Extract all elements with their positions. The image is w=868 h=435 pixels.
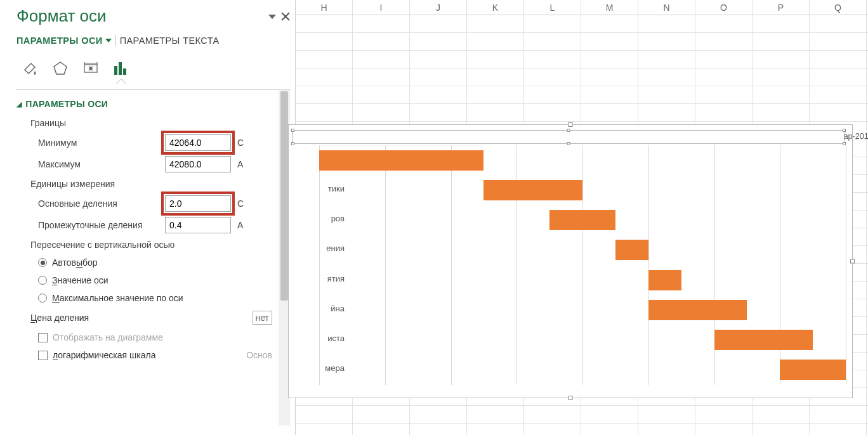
selected-axis-box[interactable] <box>293 130 845 144</box>
cell[interactable] <box>296 104 353 121</box>
cell[interactable] <box>524 33 581 50</box>
cell[interactable] <box>524 68 581 86</box>
cell[interactable] <box>524 104 581 121</box>
cell[interactable] <box>581 104 638 121</box>
cell[interactable] <box>810 104 867 121</box>
column-header[interactable]: Q <box>810 0 867 15</box>
axis-handle[interactable] <box>567 142 570 145</box>
cell[interactable] <box>410 104 467 121</box>
effects-icon[interactable] <box>51 59 70 78</box>
cell[interactable] <box>581 406 638 423</box>
close-icon[interactable] <box>281 12 290 21</box>
fill-icon[interactable] <box>20 59 39 78</box>
cell[interactable] <box>524 86 581 103</box>
cell[interactable] <box>296 86 353 103</box>
cell[interactable] <box>638 424 695 435</box>
cell[interactable] <box>638 68 695 86</box>
cell[interactable] <box>467 424 524 435</box>
cell[interactable] <box>296 406 353 423</box>
cell[interactable] <box>695 33 753 50</box>
cell[interactable] <box>410 33 467 50</box>
cell[interactable] <box>410 15 467 32</box>
cell[interactable] <box>695 51 753 68</box>
radio-auto[interactable]: Автовыбор <box>16 254 290 271</box>
cell[interactable] <box>753 86 810 103</box>
section-toggle[interactable]: ◢ ПАРАМЕТРЫ ОСИ <box>16 96 290 114</box>
tick-price-select[interactable]: нет <box>253 311 272 325</box>
cell[interactable] <box>296 33 353 50</box>
cell[interactable] <box>353 51 410 68</box>
column-header[interactable]: I <box>353 0 410 15</box>
cell[interactable] <box>810 15 867 32</box>
resize-handle[interactable] <box>850 259 855 264</box>
column-header[interactable]: J <box>410 0 467 15</box>
cell[interactable] <box>581 68 638 86</box>
cell[interactable] <box>524 424 581 435</box>
cell[interactable] <box>467 86 524 103</box>
cell[interactable] <box>353 86 410 103</box>
cell[interactable] <box>353 33 410 50</box>
cell[interactable] <box>695 15 753 32</box>
cell[interactable] <box>410 424 467 435</box>
cell[interactable] <box>581 86 638 103</box>
cell[interactable] <box>296 15 353 32</box>
cell[interactable] <box>638 33 695 50</box>
gantt-bar[interactable] <box>648 270 681 290</box>
column-header[interactable]: N <box>638 0 695 15</box>
cell[interactable] <box>467 15 524 32</box>
cell[interactable] <box>753 33 810 50</box>
cell[interactable] <box>638 104 695 121</box>
axis-props-icon[interactable] <box>112 59 131 78</box>
cell[interactable] <box>353 424 410 435</box>
cell[interactable] <box>810 86 867 103</box>
cell[interactable] <box>753 68 810 86</box>
gantt-bar[interactable] <box>780 360 846 380</box>
cell[interactable] <box>524 406 581 423</box>
size-icon[interactable] <box>81 59 100 78</box>
cell[interactable] <box>753 51 810 68</box>
cell[interactable] <box>810 33 867 50</box>
min-reset-button[interactable]: С <box>237 138 250 148</box>
cell[interactable] <box>638 86 695 103</box>
cell[interactable] <box>296 68 353 86</box>
scrollbar-thumb[interactable] <box>280 91 288 301</box>
chart-container[interactable]: 1-мар-20153-мар-20155-мар-20157-мар-2015… <box>288 124 853 398</box>
resize-handle[interactable] <box>569 122 573 127</box>
cell[interactable] <box>581 424 638 435</box>
cell[interactable] <box>467 406 524 423</box>
max-input[interactable] <box>165 156 231 172</box>
gantt-bar[interactable] <box>549 210 615 230</box>
cell[interactable] <box>524 51 581 68</box>
resize-handle[interactable] <box>569 396 573 400</box>
cell[interactable] <box>638 15 695 32</box>
cell[interactable] <box>810 406 867 423</box>
cell[interactable] <box>810 68 867 86</box>
cell[interactable] <box>524 15 581 32</box>
tab-axis-options[interactable]: ПАРАМЕТРЫ ОСИ <box>16 36 112 46</box>
cell[interactable] <box>353 406 410 423</box>
cell[interactable] <box>753 104 810 121</box>
cell[interactable] <box>410 86 467 103</box>
gantt-bar[interactable] <box>319 150 483 171</box>
cell[interactable] <box>695 68 753 86</box>
axis-handle[interactable] <box>291 142 294 145</box>
cell[interactable] <box>353 15 410 32</box>
cell[interactable] <box>810 424 867 435</box>
cell[interactable] <box>753 406 810 423</box>
radio-max[interactable]: Максимальное значение по оси <box>16 289 290 307</box>
cell[interactable] <box>296 51 353 68</box>
axis-handle[interactable] <box>843 129 846 132</box>
min-input[interactable] <box>165 134 231 151</box>
column-header[interactable]: O <box>695 0 753 15</box>
major-reset-button[interactable]: С <box>237 198 250 209</box>
gantt-bar[interactable] <box>714 330 813 350</box>
cell[interactable] <box>467 51 524 68</box>
gantt-bar[interactable] <box>615 240 648 260</box>
cell[interactable] <box>695 406 753 423</box>
cell[interactable] <box>581 15 638 32</box>
cell[interactable] <box>695 104 753 121</box>
panel-menu-icon[interactable] <box>268 13 276 20</box>
cell[interactable] <box>467 68 524 86</box>
axis-handle[interactable] <box>843 142 846 145</box>
cell[interactable] <box>410 406 467 423</box>
